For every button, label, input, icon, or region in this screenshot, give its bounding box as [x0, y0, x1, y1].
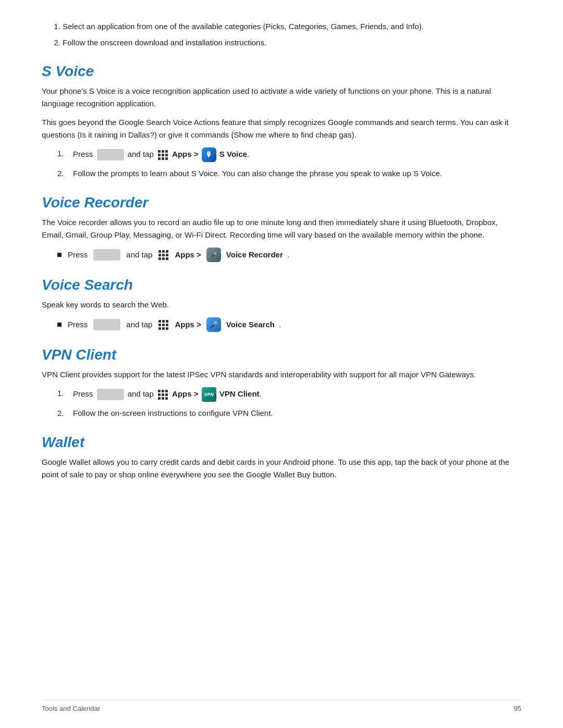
section-title-svoice: S Voice: [42, 63, 521, 80]
intro-item-4: Select an application from one of the av…: [63, 21, 521, 33]
voice-recorder-step-1: Press and tap Apps > 🎤 Voice Recorder.: [57, 248, 521, 262]
bullet-icon-2: [57, 323, 62, 327]
voice-recorder-para: The Voice recorder allows you to record …: [42, 216, 521, 241]
footer-left: Tools and Calendar: [42, 705, 100, 712]
voice-search-step-1: Press and tap Apps > 🎤 Voice Search.: [57, 317, 521, 332]
home-button-4: [97, 389, 124, 400]
apps-grid-icon-4: [157, 388, 169, 401]
svoice-para-1: Your phone's S Voice is a voice recognit…: [42, 85, 521, 110]
page-footer: Tools and Calendar 95: [42, 700, 521, 712]
vpn-step-1: 1. Press and tap Apps > VPN VPN Client.: [57, 387, 521, 402]
svoice-step-1: 1. Press and tap Apps > 🎙 S Voice.: [57, 147, 521, 162]
apps-grid-icon-2: [157, 248, 169, 262]
home-button-2: [93, 249, 120, 261]
svoice-app-icon: 🎙: [202, 147, 216, 162]
footer-right: 95: [514, 705, 521, 712]
intro-list: Select an application from one of the av…: [63, 21, 521, 48]
vpn-para: VPN Client provides support for the late…: [42, 368, 521, 381]
vpn-app-icon: VPN: [202, 387, 216, 402]
svoice-steps: 1. Press and tap Apps > 🎙 S Voice. 2. Fo…: [57, 147, 521, 180]
svoice-step-2: 2. Follow the prompts to learn about S V…: [57, 167, 521, 180]
voice-search-para: Speak key words to search the Web.: [42, 299, 521, 311]
page-content: Select an application from one of the av…: [42, 21, 521, 519]
svoice-para-2: This goes beyond the Google Search Voice…: [42, 116, 521, 141]
wallet-para: Google Wallet allows you to carry credit…: [42, 456, 521, 481]
apps-grid-icon-1: [157, 148, 169, 162]
section-title-voice-recorder: Voice Recorder: [42, 194, 521, 211]
vpn-step-2: 2. Follow the on-screen instructions to …: [57, 407, 521, 419]
home-button-1: [97, 149, 124, 161]
voice-recorder-app-icon: 🎤: [206, 248, 221, 262]
home-button-3: [93, 319, 120, 330]
section-title-voice-search: Voice Search: [42, 277, 521, 293]
intro-item-5: Follow the onscreen download and install…: [63, 37, 521, 49]
section-title-vpn: VPN Client: [42, 347, 521, 363]
voice-search-steps: Press and tap Apps > 🎤 Voice Search.: [57, 317, 521, 332]
bullet-icon-1: [57, 253, 62, 257]
voice-search-app-icon: 🎤: [206, 317, 221, 332]
vpn-steps: 1. Press and tap Apps > VPN VPN Client. …: [57, 387, 521, 419]
apps-grid-icon-3: [157, 318, 169, 331]
voice-recorder-steps: Press and tap Apps > 🎤 Voice Recorder.: [57, 248, 521, 262]
section-title-wallet: Wallet: [42, 434, 521, 451]
